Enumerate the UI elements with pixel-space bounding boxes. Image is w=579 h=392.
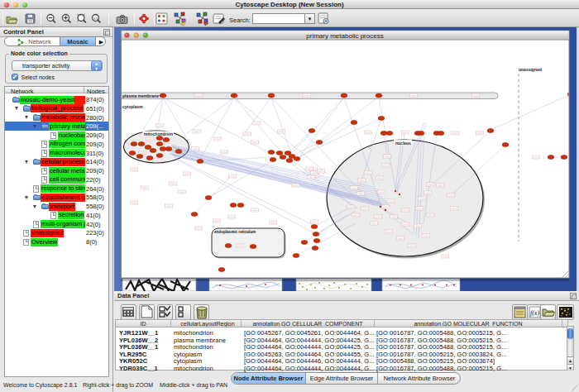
- svg-text:f(x): f(x): [530, 309, 539, 317]
- svg-text:plasma membrane: plasma membrane: [122, 93, 159, 98]
- svg-text:cytoplasm: cytoplasm: [122, 104, 143, 109]
- svg-text:mitochondrion: mitochondrion: [144, 131, 173, 136]
- svg-text:unassigned: unassigned: [519, 67, 542, 72]
- svg-text:primary metabolic process: primary metabolic process: [306, 32, 383, 40]
- svg-text:1:1: 1:1: [93, 17, 98, 21]
- svg-text:endoplasmic reticulum: endoplasmic reticulum: [214, 230, 256, 234]
